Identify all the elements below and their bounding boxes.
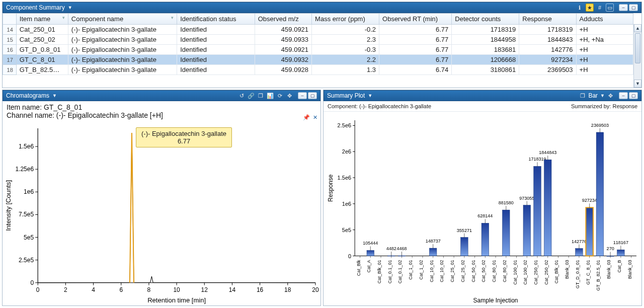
copy-icon[interactable]: ❐ [257,92,265,100]
svg-text:973055: 973055 [519,196,534,201]
chrom-channel-name: Channel name: (-)- Epigallocatechin 3-ga… [7,111,316,119]
svg-rect-93 [481,223,489,256]
svg-text:Cat_10_01: Cat_10_01 [429,260,434,282]
summary-component-label: Component: (-)- Epigallocatechin 3-galla… [328,103,431,109]
chromatogram-header[interactable]: Chromatograms▼ ↺ 🔗 ❐ 📊 ⟳ ✥ – ▢ [3,90,320,101]
svg-text:12: 12 [201,286,208,293]
maximize-button[interactable]: ▢ [308,92,317,99]
svg-text:270: 270 [607,246,614,251]
link-icon[interactable]: 🔗 [247,92,255,100]
svg-rect-126 [576,249,583,256]
summary-plot-title: Summary Plot [327,92,365,99]
column-header[interactable]: Item name▾ [16,14,68,25]
svg-text:Cat_80_01: Cat_80_01 [492,260,497,282]
svg-text:Cat_Blk: Cat_Blk [356,260,361,276]
scroll-down-button[interactable]: ▼ [634,80,641,88]
grid-icon[interactable]: # [596,4,604,12]
table-row[interactable]: 14Cat_250_01(-)- Epigallocatechin 3-gall… [3,25,633,35]
refresh-icon[interactable]: ⟳ [276,92,284,100]
column-header[interactable]: Mass error (ppm) [312,14,379,25]
svg-text:927234: 927234 [582,198,597,203]
svg-text:Cat_80_02: Cat_80_02 [502,260,507,282]
svg-text:0: 0 [348,253,351,259]
svg-text:1844843: 1844843 [539,150,556,155]
chart-type-label[interactable]: Bar [588,92,598,99]
maximize-button[interactable]: ▢ [629,92,638,99]
svg-text:8: 8 [147,286,151,293]
minimize-button[interactable]: – [619,4,628,11]
svg-text:1e6: 1e6 [342,201,351,207]
component-grid[interactable]: Item name▾Component name▾Identification … [3,13,641,88]
chart-icon[interactable]: 📊 [266,92,274,100]
highlight-icon[interactable]: ★ [586,4,594,12]
info-icon[interactable]: ℹ [576,4,584,12]
svg-text:Cat_25_02: Cat_25_02 [460,260,465,282]
svg-text:1718319: 1718319 [528,157,546,162]
svg-text:2: 2 [64,286,67,293]
svg-text:10: 10 [173,286,180,293]
svg-text:GT_B_82.5_01: GT_B_82.5_01 [596,260,601,291]
history-icon[interactable]: ↺ [237,92,246,100]
summary-plot-header[interactable]: Summary Plot▼ ❐ Bar ▼ ✥ – ▢ [324,90,641,101]
component-summary-title: Component Summary [6,4,65,11]
table-row[interactable]: 16GT_D_0.8_01(-)- Epigallocatechin 3-gal… [3,45,633,55]
minimize-button[interactable]: – [298,92,307,99]
component-summary-header[interactable]: Component Summary▼ ℹ ★ # ▭ – ▢ [3,2,641,13]
svg-text:Cat_0.1_02: Cat_0.1_02 [398,260,403,284]
copy-icon[interactable]: ❐ [579,92,587,100]
column-header[interactable]: Observed m/z [255,14,311,25]
scroll-up-button[interactable]: ▲ [634,24,641,32]
maximize-button[interactable]: ▢ [629,4,638,11]
svg-text:5e5: 5e5 [342,227,351,233]
scroll-thumb[interactable] [635,33,640,63]
svg-text:16: 16 [257,286,264,293]
close-icon[interactable]: ✕ [313,114,317,121]
dropdown-icon[interactable]: ▼ [600,93,605,98]
svg-text:14: 14 [229,286,236,293]
svg-text:148737: 148737 [426,239,441,244]
svg-rect-100 [503,210,510,256]
window-icon[interactable]: ▭ [606,4,614,12]
svg-text:Retention time [min]: Retention time [min] [147,296,206,304]
svg-text:5e5: 5e5 [24,234,34,241]
svg-text:881580: 881580 [499,200,514,205]
move-icon[interactable]: ✥ [285,92,293,100]
svg-rect-117 [544,160,551,256]
column-header[interactable]: Response [519,14,576,25]
svg-text:Cat_1_01: Cat_1_01 [408,260,413,280]
svg-text:1.25e6: 1.25e6 [15,166,34,173]
svg-text:4: 4 [92,286,95,293]
minimize-button[interactable]: – [619,92,628,99]
svg-text:Cat_Blk_01: Cat_Blk_01 [377,260,382,284]
svg-rect-136 [596,132,604,256]
column-header[interactable]: Detector counts [452,14,519,25]
svg-text:Cat_250_01: Cat_250_01 [533,260,538,285]
svg-text:7.5e5: 7.5e5 [19,211,34,218]
column-header[interactable]: Identification status [177,14,255,25]
svg-text:Cat_250_02: Cat_250_02 [544,260,549,285]
vertical-scrollbar[interactable]: ▲ ▼ [633,24,641,88]
summary-by-label: Summarized by: Response [571,103,637,109]
table-row[interactable]: 18GT_B_82.5…(-)- Epigallocatechin 3-gall… [3,65,633,75]
chromatogram-plot[interactable]: 02.5e55e57.5e51e61.25e61.5e6024681012141… [3,123,320,305]
column-header[interactable]: Component name▾ [68,14,177,25]
svg-text:0: 0 [36,286,40,293]
column-header[interactable]: Adducts [576,14,633,25]
svg-text:Cat_100_02: Cat_100_02 [523,260,528,285]
summary-plot-pane: Summary Plot▼ ❐ Bar ▼ ✥ – ▢ Component: (… [323,90,642,306]
column-header[interactable]: Observed RT (min) [379,14,452,25]
component-summary-pane: Component Summary▼ ℹ ★ # ▭ – ▢ Item name… [2,2,642,88]
svg-text:Blank_03: Blank_03 [627,260,632,279]
svg-text:Cat_50_01: Cat_50_01 [471,260,476,282]
pin-icon[interactable]: 📌 [303,114,310,121]
svg-rect-131 [586,207,593,256]
table-row[interactable]: 17GT_C_8_01(-)- Epigallocatechin 3-galla… [3,55,633,65]
svg-text:Cat_1_02: Cat_1_02 [419,260,424,280]
svg-text:4482: 4482 [386,246,396,251]
svg-text:1.5e6: 1.5e6 [338,175,352,181]
summary-bar-plot[interactable]: 05e51e61.5e62e62.5e6Cat_Blk105444Cat_ACa… [324,113,641,305]
table-row[interactable]: 15Cat_250_02(-)- Epigallocatechin 3-gall… [3,35,633,45]
svg-rect-107 [523,205,531,256]
svg-text:118167: 118167 [613,240,628,245]
move-icon[interactable]: ✥ [606,92,614,100]
